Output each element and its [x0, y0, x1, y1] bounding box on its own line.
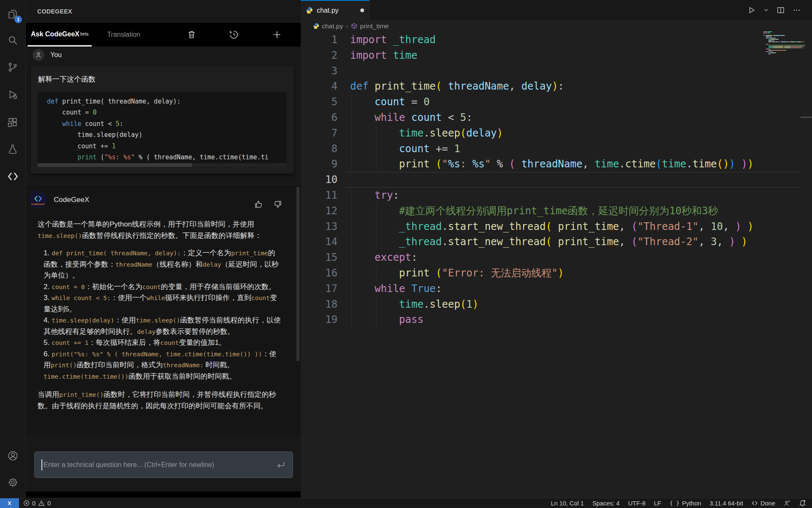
code-line[interactable]: 9 print ("%s: %s" % ( threadName, time.c… — [301, 156, 812, 172]
run-button[interactable] — [746, 4, 757, 16]
minimap-line — [766, 35, 772, 36]
feedback-person-icon[interactable] — [779, 500, 795, 507]
token — [350, 205, 399, 217]
token: ctime — [625, 158, 656, 170]
code-line[interactable]: 14 _thread.start_new_thread( print_time,… — [301, 234, 812, 250]
modified-dot[interactable] — [360, 8, 364, 12]
code-line[interactable]: 5 count = 0 — [301, 94, 812, 110]
list-number: 3. — [44, 294, 52, 302]
token: try — [375, 189, 393, 201]
minimap-line — [768, 41, 771, 42]
question-input[interactable]: Enter a technical question here... (Ctrl… — [34, 451, 293, 478]
minimap-line — [773, 47, 783, 48]
token: 1 — [112, 142, 116, 150]
user-code-block[interactable]: def print_time( threadName, delay): coun… — [38, 92, 287, 167]
indentation-status[interactable]: Spaces: 4 — [588, 500, 624, 507]
inline-code: print("%s: %s" % ( threadName, time.ctim… — [52, 351, 262, 358]
problems-status[interactable]: 0 0 — [19, 500, 55, 507]
code-line[interactable]: 7 time.sleep(delay) — [301, 126, 812, 141]
extensions-icon[interactable] — [0, 111, 25, 133]
code-line[interactable]: 10 — [301, 172, 812, 188]
inline-code: time.sleep() — [38, 232, 82, 239]
token: sleep — [430, 298, 460, 310]
run-dropdown-chevron-icon[interactable] — [762, 5, 771, 14]
code-block-scrollbar[interactable] — [38, 163, 287, 167]
code-line[interactable]: 4def print_time( threadName, delay): — [301, 79, 812, 94]
token — [552, 236, 558, 248]
indent-guide — [376, 265, 376, 281]
more-actions-button[interactable] — [791, 4, 803, 16]
code-line[interactable]: 2import time — [301, 48, 812, 63]
submit-enter-icon[interactable] — [276, 460, 286, 470]
minimap-line — [802, 46, 802, 47]
history-icon[interactable] — [229, 30, 239, 40]
code-line[interactable]: 13 _thread.start_new_thread( print_time,… — [301, 219, 812, 235]
minimap-line — [768, 45, 805, 46]
token: delay — [521, 80, 552, 92]
cursor-position-status[interactable]: Ln 10, Col 1 — [546, 500, 588, 507]
line-number: 7 — [301, 126, 337, 141]
split-editor-button[interactable] — [775, 4, 787, 16]
token: count < — [81, 120, 115, 128]
eol-status[interactable]: LF — [650, 500, 665, 507]
tab-translation[interactable]: Translation — [104, 23, 144, 46]
breadcrumb-file[interactable]: chat.py — [313, 22, 343, 30]
account-icon[interactable] — [0, 445, 25, 467]
code-line[interactable]: 3 — [301, 63, 812, 79]
scrollbar-thumb[interactable] — [38, 163, 192, 167]
token — [515, 158, 521, 170]
encoding-status[interactable]: UTF-8 — [624, 500, 650, 507]
source-control-icon[interactable] — [0, 56, 25, 78]
breadcrumb-symbol[interactable]: print_time — [351, 22, 389, 30]
code-line[interactable]: 18 time.sleep(1) — [301, 297, 812, 312]
settings-gear-icon[interactable] — [0, 471, 25, 493]
token: ( — [509, 158, 515, 170]
token: delay — [466, 127, 497, 139]
panel-scrollbar-thumb[interactable] — [296, 187, 299, 361]
thumbs-down-icon[interactable] — [273, 200, 282, 209]
code-line[interactable]: 17 while True: — [301, 281, 812, 297]
token: start_new_thread — [448, 221, 546, 232]
minimap-line — [774, 40, 774, 41]
token: . — [686, 158, 692, 170]
thumbs-up-icon[interactable] — [254, 200, 263, 209]
codegeex-status[interactable]: Done — [747, 500, 779, 507]
run-debug-icon[interactable] — [0, 84, 25, 106]
minimap[interactable] — [763, 31, 811, 58]
token: , — [619, 221, 631, 232]
new-chat-plus-icon[interactable] — [272, 30, 282, 40]
text-run: ：每次循环结束后，将 — [88, 339, 160, 347]
token — [350, 314, 399, 325]
code-line[interactable]: 1import _thread — [301, 32, 812, 48]
code-line[interactable]: 16 print ("Error: 无法启动线程") — [301, 265, 812, 281]
explorer-icon[interactable]: 1 — [0, 3, 25, 25]
trash-icon[interactable] — [187, 30, 197, 40]
codegeex-activity-icon[interactable] — [0, 165, 25, 187]
inline-code: time.sleep(delay) — [52, 317, 114, 324]
token: start_new_thread — [448, 236, 546, 248]
code-line[interactable]: 12 #建立两个线程分别调用print_time函数，延迟时间分别为10秒和3秒 — [301, 203, 812, 219]
token — [350, 236, 399, 248]
code-line[interactable]: 15 except: — [301, 250, 812, 265]
text-run: 函数暂停线程执行指定的秒数。下面是函数的详细解释： — [82, 232, 262, 240]
test-beaker-icon[interactable] — [0, 138, 25, 160]
chat-code-line: time.sleep(delay) — [47, 129, 287, 140]
tab-ask-codegeex[interactable]: Ask CodeGeeX beta — [27, 23, 92, 46]
python-interpreter-status[interactable]: 3.11.4 64-bit — [705, 500, 748, 507]
language-mode-status[interactable]: { } Python — [665, 500, 705, 507]
tab-label: Translation — [107, 31, 140, 38]
token: "Thread-1" — [637, 221, 699, 232]
search-icon[interactable] — [0, 29, 25, 51]
code-line[interactable]: 11 try: — [301, 188, 812, 203]
notifications-bell-icon[interactable] — [795, 500, 812, 507]
tab-chat-py[interactable]: chat.py — [301, 0, 370, 20]
token — [350, 283, 375, 295]
code-line[interactable]: 19 pass — [301, 312, 812, 328]
code-line[interactable]: 8 count += 1 — [301, 141, 812, 157]
token: ( — [631, 221, 637, 232]
text-run: 时间戳。 — [203, 361, 234, 369]
remote-indicator[interactable] — [0, 498, 19, 508]
token — [405, 112, 411, 123]
code-line[interactable]: 6 while count < 5: — [301, 110, 812, 126]
list-item: 5. count += 1：每次循环结束后，将count变量的值加1。 — [38, 337, 281, 349]
